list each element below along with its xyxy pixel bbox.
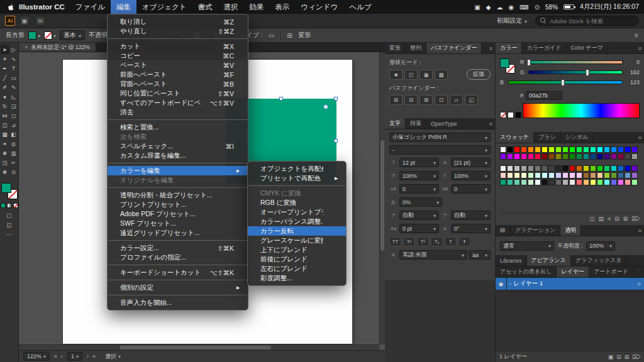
edit-menu-item[interactable]: Adobe PDF プリセット... [108, 209, 248, 219]
swatch[interactable] [625, 165, 631, 172]
kerning-dropdown[interactable]: 0 [399, 184, 439, 194]
submenu-item[interactable]: 上下にブレンド [248, 245, 346, 255]
panel-tab[interactable]: カラー [496, 43, 522, 53]
underline-button[interactable]: T [445, 237, 457, 246]
color-spectrum[interactable] [523, 103, 640, 118]
swatch[interactable] [631, 179, 638, 185]
magic-wand-tool[interactable]: ✶ [1, 54, 9, 63]
swatch[interactable] [611, 165, 617, 172]
swatch[interactable] [590, 179, 596, 185]
visibility-eye-icon[interactable]: ◉ [496, 278, 507, 290]
swatch[interactable] [590, 165, 596, 172]
edit-menu-item[interactable]: 遠近グリッドプリセット... [108, 228, 248, 238]
swatch[interactable] [555, 179, 562, 185]
swatch[interactable] [507, 165, 513, 172]
panel-tab[interactable]: 整列 [406, 43, 426, 53]
swatch[interactable] [514, 165, 520, 172]
pencil-tool[interactable]: ✎ [9, 82, 18, 92]
transform-grid-icon[interactable]: ⊞ [285, 30, 295, 40]
layer-row[interactable]: ◉ › レイヤー 1 ○ [496, 278, 644, 290]
swatch[interactable] [562, 153, 569, 160]
edit-menu-item[interactable] [108, 238, 248, 243]
leading-dropdown[interactable]: (21 pt) [451, 158, 491, 167]
submenu-item[interactable] [248, 183, 346, 189]
width-tool[interactable]: ⋈ [1, 111, 9, 120]
intersect-button[interactable]: ▣ [419, 70, 433, 80]
expand-chevron-icon[interactable]: › [509, 281, 511, 287]
swatch[interactable] [576, 146, 582, 153]
trim-button[interactable]: ⊟ [404, 95, 418, 105]
swatch[interactable] [555, 146, 562, 153]
swatch[interactable] [569, 179, 575, 185]
app-menu-title[interactable]: Illustrator CC [16, 3, 70, 11]
panel-tab[interactable]: グラフィックスタ [571, 255, 627, 266]
superscript-button[interactable]: T¹ [417, 237, 429, 246]
swatch[interactable] [548, 179, 555, 185]
submenu-item[interactable]: オブジェクトを再配色... [248, 164, 346, 173]
slider-knob[interactable] [561, 79, 565, 86]
shape-properties-icon[interactable]: ▭ [267, 30, 277, 40]
last-artboard-button[interactable]: » [92, 353, 96, 359]
swatch[interactable] [548, 172, 555, 178]
dropbox-icon[interactable]: ◆ [486, 4, 491, 11]
swatch[interactable] [611, 146, 617, 153]
edit-menu-item[interactable]: 透明の分割・統合プリセット... [108, 190, 248, 200]
fill-color-control[interactable] [28, 31, 40, 40]
delete-layer-icon[interactable]: ⌦ [632, 354, 640, 360]
swatch[interactable] [569, 153, 575, 160]
swatch[interactable] [548, 153, 555, 160]
keyboard-icon[interactable]: ⌨ [519, 4, 528, 11]
panel-tab[interactable]: アートボード [589, 266, 633, 277]
edit-toolbar-icon[interactable]: ⋯ [6, 231, 12, 238]
menubar-item[interactable]: 表示 [270, 0, 296, 14]
spotlight-icon[interactable]: ⊙ [535, 4, 540, 11]
swatch[interactable] [597, 146, 603, 153]
vertical-scale-dropdown[interactable]: 100% [399, 171, 439, 180]
menubar-item[interactable]: 効果 [244, 0, 270, 14]
edit-menu-item[interactable]: ペースト ⌘V [108, 60, 248, 70]
panel-tab[interactable]: シンボル [561, 132, 594, 143]
blend-tool[interactable]: ◎ [9, 139, 18, 148]
swatch[interactable] [597, 165, 603, 172]
strikethrough-button[interactable]: Ŧ [458, 237, 470, 246]
swatch[interactable] [583, 153, 589, 160]
swatch[interactable] [500, 153, 506, 160]
submenu-item[interactable]: RGB に変換 [248, 198, 346, 207]
panel-tab[interactable]: Libraries [496, 255, 527, 266]
edit-menu-item[interactable]: 背面へペースト ⌘B [108, 79, 248, 89]
selection-tool[interactable]: ➤ [1, 45, 9, 54]
menubar-item[interactable]: ヘルプ [343, 0, 377, 14]
blob-brush-tool[interactable]: ● [1, 92, 9, 101]
gradient-mode-button[interactable] [7, 203, 12, 208]
edit-menu-item[interactable]: 消去 [108, 107, 248, 117]
swatch[interactable] [583, 165, 589, 172]
horizontal-scale-dropdown[interactable]: 100% [451, 171, 491, 180]
scale-tool[interactable]: ◲ [9, 101, 18, 111]
control-panel-menu-icon[interactable]: ≡ [635, 31, 638, 39]
stock-icon[interactable]: St [35, 16, 45, 26]
swatch[interactable] [528, 146, 534, 153]
panel-tab[interactable]: 変形 [385, 43, 406, 53]
swatch[interactable] [535, 172, 541, 178]
panel-tab[interactable]: カラーガイド [522, 43, 566, 53]
slice-tool[interactable]: ✂ [9, 158, 18, 167]
swatch[interactable] [555, 165, 562, 172]
language-dropdown[interactable]: 英語:米国 [399, 250, 467, 260]
document-tab[interactable]: 名称未設定-1* @ 122% [19, 43, 96, 52]
swatch[interactable] [521, 179, 527, 185]
none-swatch[interactable] [500, 112, 506, 118]
swatch[interactable] [562, 165, 569, 172]
swatch[interactable] [576, 179, 582, 185]
menubar-item[interactable]: ファイル [70, 0, 111, 14]
submenu-item[interactable]: カラーバランス調整... [248, 217, 346, 226]
panel-tab[interactable]: 段落 [406, 118, 426, 129]
panel-menu-icon[interactable]: ≡ [638, 132, 641, 143]
panel-tab[interactable]: Color テーマ [566, 43, 608, 53]
font-size-dropdown[interactable]: 12 pt [399, 158, 439, 167]
new-sublayer-icon[interactable]: ⊟ [616, 354, 621, 360]
show-kinds-icon[interactable]: ▤ [598, 216, 604, 222]
submenu-item[interactable]: プリセットで再配色 [248, 173, 346, 183]
swatch[interactable] [611, 153, 617, 160]
menubar-item[interactable]: ウィンドウ [296, 0, 344, 14]
swatch[interactable] [604, 172, 610, 178]
